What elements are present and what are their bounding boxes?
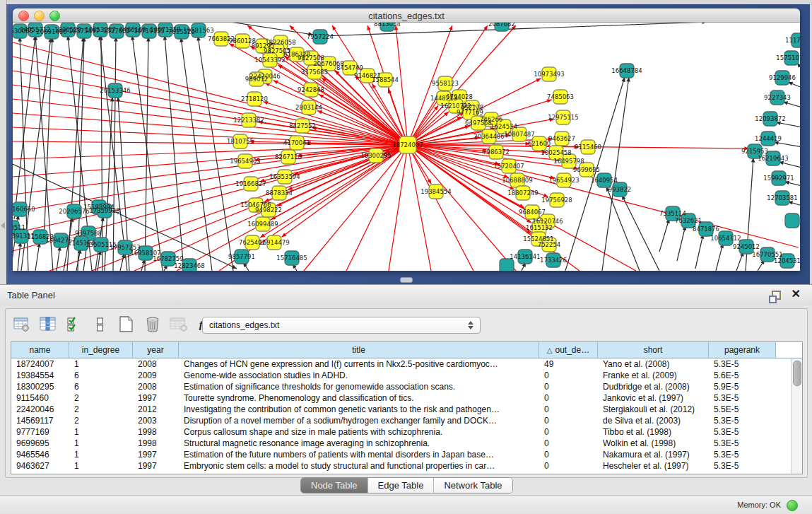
table-cell[interactable]: Yano et al. (2008) [598, 358, 709, 370]
table-cell[interactable]: 22420046 [11, 404, 69, 415]
table-cell[interactable]: 9699695 [11, 438, 69, 449]
row-height-icon[interactable] [91, 315, 110, 334]
new-table-icon[interactable] [117, 315, 136, 334]
table-cell[interactable]: Tourette syndrome. Phenomenology and cla… [179, 392, 539, 404]
table-cell[interactable]: 1 [69, 460, 133, 472]
table-cell[interactable]: 5.3E-5 [709, 392, 776, 404]
column-header-title[interactable]: title [179, 342, 539, 358]
column-header-name[interactable]: name [11, 342, 69, 358]
table-cell[interactable]: 0 [539, 370, 598, 381]
close-panel-icon[interactable]: ✕ [792, 288, 801, 300]
table-cell[interactable]: 1997 [133, 392, 179, 404]
table-cell[interactable]: Disruption of a novel member of a sodium… [179, 415, 539, 426]
table-cell[interactable]: 0 [539, 381, 598, 392]
table-cell[interactable]: 2012 [133, 404, 179, 415]
tab-network-table[interactable]: Network Table [434, 478, 512, 493]
table-row[interactable]: 911546021997Tourette syndrome. Phenomeno… [11, 392, 802, 404]
table-cell[interactable]: 0 [539, 449, 598, 460]
column-header-short[interactable]: short [598, 342, 709, 358]
delete-rows-icon[interactable] [143, 315, 162, 334]
table-cell[interactable]: Estimation of the future numbers of pati… [179, 449, 539, 460]
table-cell[interactable]: 5.3E-5 [709, 449, 776, 460]
column-header-year[interactable]: year [133, 342, 179, 358]
window-titlebar[interactable]: citations_edges.txt [13, 8, 800, 23]
splitter-grip[interactable] [400, 277, 413, 283]
table-cell[interactable]: 2008 [133, 358, 179, 370]
column-chooser-icon[interactable] [39, 315, 57, 334]
table-cell[interactable]: Tibbo et al. (1998) [598, 426, 709, 438]
table-row[interactable]: 1938455462009Genome-wide association stu… [11, 370, 802, 381]
table-cell[interactable]: 2 [69, 415, 133, 426]
table-cell[interactable]: 9777169 [11, 426, 69, 438]
table-cell[interactable]: 1998 [133, 438, 179, 449]
table-cell[interactable]: Nakamura et al. (1997) [598, 449, 709, 460]
select-columns-icon[interactable] [65, 315, 83, 334]
citation-network-graph[interactable]: 2530065140557122069140618065201837549710… [13, 23, 800, 271]
table-cell[interactable]: Changes of HCN gene expression and I(f) … [179, 358, 539, 370]
column-header-pagerank[interactable]: pagerank [709, 342, 776, 358]
table-cell[interactable]: Hescheler et al. (1997) [598, 460, 709, 472]
table-cell[interactable]: 5.3E-5 [709, 358, 776, 370]
table-settings-icon[interactable] [13, 315, 31, 334]
graph-node[interactable] [500, 259, 514, 271]
table-cell[interactable]: 1 [69, 438, 133, 449]
table-cell[interactable]: 5.3E-5 [709, 460, 776, 472]
table-cell[interactable]: 1997 [133, 449, 179, 460]
tab-node-table[interactable]: Node Table [301, 478, 368, 493]
column-header-in_degree[interactable]: in_degree [69, 342, 133, 358]
table-cell[interactable]: Structural magnetic resonance image aver… [179, 438, 539, 449]
table-cell[interactable]: 2008 [133, 381, 179, 392]
table-cell[interactable]: Dudbridge et al. (2008) [598, 381, 709, 392]
table-row[interactable]: 946554611997Estimation of the future num… [11, 449, 802, 460]
table-cell[interactable]: 5.3E-5 [709, 415, 776, 426]
table-cell[interactable]: 9463627 [11, 460, 69, 472]
tab-edge-table[interactable]: Edge Table [368, 478, 435, 493]
table-cell[interactable]: Estimation of significance thresholds fo… [179, 381, 539, 392]
table-cell[interactable]: 6 [69, 370, 133, 381]
panel-collapse-icon[interactable] [1, 222, 5, 229]
table-cell[interactable]: Jankovic et al. (1997) [598, 392, 709, 404]
table-cell[interactable]: Embryonic stem cells: a model to study s… [179, 460, 539, 472]
memory-status-indicator-icon[interactable] [787, 500, 798, 511]
table-row[interactable]: 1872400712008Changes of HCN gene express… [11, 358, 802, 370]
table-cell[interactable]: Genome-wide association studies in ADHD. [179, 370, 539, 381]
table-cell[interactable]: 5.9E-5 [709, 381, 776, 392]
table-cell[interactable]: 2 [69, 392, 133, 404]
table-cell[interactable]: de Silva et al. (2003) [598, 415, 709, 426]
table-selector-dropdown[interactable]: citations_edges.txt [202, 317, 481, 334]
graph-node[interactable] [785, 214, 799, 228]
table-cell[interactable]: 5.3E-5 [709, 438, 776, 449]
table-header-row[interactable]: namein_degreeyeartitle△out_de…shortpager… [11, 342, 802, 358]
table-cell[interactable]: 18300295 [11, 381, 69, 392]
vertical-scrollbar[interactable] [791, 358, 802, 474]
table-cell[interactable]: 2003 [133, 415, 179, 426]
table-cell[interactable]: 9465546 [11, 449, 69, 460]
table-cell[interactable]: 5.5E-5 [709, 404, 776, 415]
table-cell[interactable]: 0 [539, 460, 598, 472]
table-cell[interactable]: 14569117 [11, 415, 69, 426]
table-row[interactable]: 969969511998Structural magnetic resonanc… [11, 438, 802, 449]
table-cell[interactable]: Wolkin et al. (1998) [598, 438, 709, 449]
table-cell[interactable]: 1997 [133, 460, 179, 472]
table-cell[interactable]: 2 [69, 404, 133, 415]
table-row[interactable]: 2242004622012Investigating the contribut… [11, 404, 802, 415]
table-cell[interactable]: 19384554 [11, 370, 69, 381]
table-cell[interactable]: 0 [539, 392, 598, 404]
table-cell[interactable]: 0 [539, 438, 598, 449]
float-panel-icon[interactable] [772, 291, 781, 300]
table-cell[interactable]: 1998 [133, 426, 179, 438]
table-row[interactable]: 1830029562008Estimation of significance … [11, 381, 802, 392]
table-cell[interactable]: 1 [69, 449, 133, 460]
table-cell[interactable]: 2009 [133, 370, 179, 381]
table-cell[interactable]: 1 [69, 358, 133, 370]
table-body[interactable]: 1872400712008Changes of HCN gene express… [11, 358, 802, 472]
table-cell[interactable]: 6 [69, 381, 133, 392]
table-row[interactable]: 1456911722003Disruption of a novel membe… [11, 415, 802, 426]
table-row[interactable]: 946362711997Embryonic stem cells: a mode… [11, 460, 802, 472]
table-cell[interactable]: 0 [539, 415, 598, 426]
table-cell[interactable]: 5.3E-5 [709, 426, 776, 438]
table-cell[interactable]: 5.6E-5 [709, 370, 776, 381]
network-canvas[interactable]: 2530065140557122069140618065201837549710… [13, 23, 800, 271]
table-cell[interactable]: Stergiakouli et al. (2012) [598, 404, 709, 415]
table-cell[interactable]: 9115460 [11, 392, 69, 404]
